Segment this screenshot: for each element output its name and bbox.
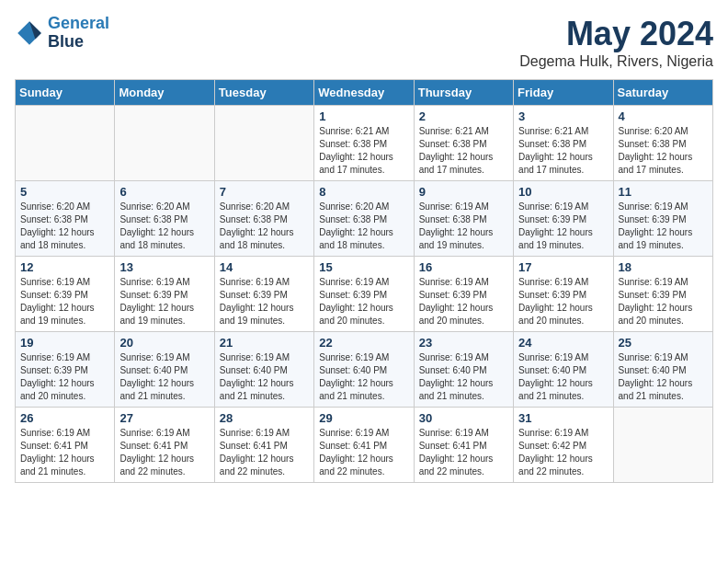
day-number: 26: [20, 411, 109, 425]
day-info: Sunrise: 6:19 AM Sunset: 6:41 PM Dayligh…: [20, 427, 109, 478]
day-number: 17: [518, 260, 608, 274]
calendar-week-row: 1Sunrise: 6:21 AM Sunset: 6:38 PM Daylig…: [16, 106, 713, 181]
day-number: 15: [319, 260, 408, 274]
calendar-day-26: 26Sunrise: 6:19 AM Sunset: 6:41 PM Dayli…: [16, 408, 115, 483]
day-number: 7: [220, 185, 309, 199]
day-number: 5: [20, 185, 109, 199]
day-number: 22: [319, 336, 408, 350]
calendar-day-30: 30Sunrise: 6:19 AM Sunset: 6:41 PM Dayli…: [414, 408, 513, 483]
logo-icon: [15, 18, 44, 48]
calendar-table: SundayMondayTuesdayWednesdayThursdayFrid…: [15, 79, 713, 483]
day-number: 16: [419, 260, 508, 274]
calendar-day-16: 16Sunrise: 6:19 AM Sunset: 6:39 PM Dayli…: [414, 257, 513, 332]
calendar-week-row: 26Sunrise: 6:19 AM Sunset: 6:41 PM Dayli…: [16, 408, 713, 483]
day-info: Sunrise: 6:20 AM Sunset: 6:38 PM Dayligh…: [319, 201, 408, 252]
calendar-empty-cell: [16, 106, 115, 181]
calendar-day-4: 4Sunrise: 6:20 AM Sunset: 6:38 PM Daylig…: [613, 106, 712, 181]
day-number: 27: [119, 411, 209, 425]
calendar-day-12: 12Sunrise: 6:19 AM Sunset: 6:39 PM Dayli…: [16, 257, 115, 332]
day-number: 31: [518, 411, 608, 425]
day-number: 11: [619, 185, 708, 199]
day-info: Sunrise: 6:19 AM Sunset: 6:42 PM Dayligh…: [518, 427, 608, 478]
calendar-day-10: 10Sunrise: 6:19 AM Sunset: 6:39 PM Dayli…: [514, 181, 613, 257]
day-info: Sunrise: 6:19 AM Sunset: 6:40 PM Dayligh…: [220, 351, 309, 403]
title-area: May 2024 Degema Hulk, Rivers, Nigeria: [519, 15, 713, 70]
day-info: Sunrise: 6:19 AM Sunset: 6:39 PM Dayligh…: [518, 201, 608, 252]
calendar-day-21: 21Sunrise: 6:19 AM Sunset: 6:40 PM Dayli…: [214, 332, 313, 408]
day-number: 2: [419, 109, 508, 123]
day-number: 10: [518, 185, 608, 199]
day-info: Sunrise: 6:19 AM Sunset: 6:39 PM Dayligh…: [20, 276, 109, 327]
day-info: Sunrise: 6:19 AM Sunset: 6:39 PM Dayligh…: [119, 276, 209, 327]
logo: General Blue: [15, 15, 109, 52]
calendar-day-22: 22Sunrise: 6:19 AM Sunset: 6:40 PM Dayli…: [314, 332, 414, 408]
month-year-title: May 2024: [519, 15, 713, 53]
day-number: 12: [20, 260, 109, 274]
calendar-empty-cell: [613, 408, 712, 483]
weekday-header-saturday: Saturday: [613, 80, 712, 106]
calendar-day-20: 20Sunrise: 6:19 AM Sunset: 6:40 PM Dayli…: [115, 332, 214, 408]
weekday-header-row: SundayMondayTuesdayWednesdayThursdayFrid…: [16, 80, 713, 106]
day-info: Sunrise: 6:19 AM Sunset: 6:41 PM Dayligh…: [319, 427, 408, 478]
day-number: 6: [119, 185, 209, 199]
calendar-day-18: 18Sunrise: 6:19 AM Sunset: 6:39 PM Dayli…: [613, 257, 712, 332]
day-number: 28: [220, 411, 309, 425]
page-header: General Blue May 2024 Degema Hulk, River…: [15, 15, 713, 70]
day-number: 21: [220, 336, 309, 350]
day-info: Sunrise: 6:20 AM Sunset: 6:38 PM Dayligh…: [20, 201, 109, 252]
day-number: 23: [419, 336, 508, 350]
calendar-day-7: 7Sunrise: 6:20 AM Sunset: 6:38 PM Daylig…: [214, 181, 313, 257]
day-number: 4: [619, 109, 708, 123]
day-info: Sunrise: 6:19 AM Sunset: 6:40 PM Dayligh…: [119, 351, 209, 403]
day-number: 24: [518, 336, 608, 350]
calendar-day-1: 1Sunrise: 6:21 AM Sunset: 6:38 PM Daylig…: [314, 106, 414, 181]
calendar-day-13: 13Sunrise: 6:19 AM Sunset: 6:39 PM Dayli…: [115, 257, 214, 332]
weekday-header-monday: Monday: [115, 80, 214, 106]
day-number: 14: [220, 260, 309, 274]
calendar-day-31: 31Sunrise: 6:19 AM Sunset: 6:42 PM Dayli…: [514, 408, 613, 483]
day-info: Sunrise: 6:19 AM Sunset: 6:40 PM Dayligh…: [619, 351, 708, 403]
calendar-day-5: 5Sunrise: 6:20 AM Sunset: 6:38 PM Daylig…: [16, 181, 115, 257]
calendar-day-24: 24Sunrise: 6:19 AM Sunset: 6:40 PM Dayli…: [514, 332, 613, 408]
day-info: Sunrise: 6:19 AM Sunset: 6:41 PM Dayligh…: [119, 427, 209, 478]
day-info: Sunrise: 6:19 AM Sunset: 6:40 PM Dayligh…: [419, 351, 508, 403]
logo-text: General Blue: [48, 15, 109, 52]
day-number: 13: [119, 260, 209, 274]
calendar-day-27: 27Sunrise: 6:19 AM Sunset: 6:41 PM Dayli…: [115, 408, 214, 483]
calendar-day-15: 15Sunrise: 6:19 AM Sunset: 6:39 PM Dayli…: [314, 257, 414, 332]
calendar-day-28: 28Sunrise: 6:19 AM Sunset: 6:41 PM Dayli…: [214, 408, 313, 483]
day-number: 18: [619, 260, 708, 274]
day-info: Sunrise: 6:20 AM Sunset: 6:38 PM Dayligh…: [619, 125, 708, 177]
day-number: 1: [319, 109, 408, 123]
day-info: Sunrise: 6:21 AM Sunset: 6:38 PM Dayligh…: [518, 125, 608, 177]
weekday-header-friday: Friday: [514, 80, 613, 106]
day-number: 25: [619, 336, 708, 350]
day-number: 20: [119, 336, 209, 350]
calendar-day-11: 11Sunrise: 6:19 AM Sunset: 6:39 PM Dayli…: [613, 181, 712, 257]
day-info: Sunrise: 6:19 AM Sunset: 6:41 PM Dayligh…: [419, 427, 508, 478]
calendar-week-row: 12Sunrise: 6:19 AM Sunset: 6:39 PM Dayli…: [16, 257, 713, 332]
day-info: Sunrise: 6:19 AM Sunset: 6:39 PM Dayligh…: [518, 276, 608, 327]
day-info: Sunrise: 6:19 AM Sunset: 6:40 PM Dayligh…: [319, 351, 408, 403]
day-info: Sunrise: 6:19 AM Sunset: 6:41 PM Dayligh…: [220, 427, 309, 478]
day-info: Sunrise: 6:20 AM Sunset: 6:38 PM Dayligh…: [119, 201, 209, 252]
weekday-header-tuesday: Tuesday: [214, 80, 313, 106]
day-number: 3: [518, 109, 608, 123]
day-info: Sunrise: 6:20 AM Sunset: 6:38 PM Dayligh…: [220, 201, 309, 252]
day-number: 30: [419, 411, 508, 425]
calendar-day-29: 29Sunrise: 6:19 AM Sunset: 6:41 PM Dayli…: [314, 408, 414, 483]
day-number: 19: [20, 336, 109, 350]
calendar-day-9: 9Sunrise: 6:19 AM Sunset: 6:38 PM Daylig…: [414, 181, 513, 257]
calendar-day-8: 8Sunrise: 6:20 AM Sunset: 6:38 PM Daylig…: [314, 181, 414, 257]
day-info: Sunrise: 6:21 AM Sunset: 6:38 PM Dayligh…: [319, 125, 408, 177]
weekday-header-wednesday: Wednesday: [314, 80, 414, 106]
calendar-empty-cell: [115, 106, 214, 181]
location-subtitle: Degema Hulk, Rivers, Nigeria: [519, 53, 713, 70]
day-info: Sunrise: 6:19 AM Sunset: 6:39 PM Dayligh…: [619, 276, 708, 327]
calendar-day-3: 3Sunrise: 6:21 AM Sunset: 6:38 PM Daylig…: [514, 106, 613, 181]
day-info: Sunrise: 6:19 AM Sunset: 6:39 PM Dayligh…: [619, 201, 708, 252]
day-info: Sunrise: 6:19 AM Sunset: 6:39 PM Dayligh…: [419, 276, 508, 327]
calendar-empty-cell: [214, 106, 313, 181]
calendar-week-row: 5Sunrise: 6:20 AM Sunset: 6:38 PM Daylig…: [16, 181, 713, 257]
calendar-day-17: 17Sunrise: 6:19 AM Sunset: 6:39 PM Dayli…: [514, 257, 613, 332]
